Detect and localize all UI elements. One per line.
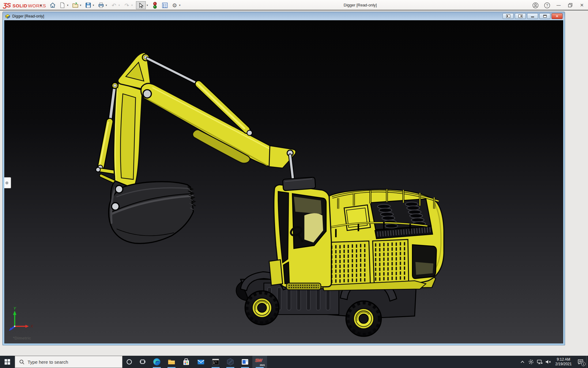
excavator-wheel-front-right[interactable] [346, 301, 381, 336]
triad-x-label: X [30, 324, 33, 328]
dropdown-arrow-icon[interactable]: ▾ [66, 4, 69, 7]
taskbar-app-command-prompt[interactable]: C:\ [208, 356, 223, 368]
restore-button[interactable] [567, 2, 574, 9]
undo-icon: ↶ [110, 2, 118, 9]
dassault-3ds-icon: ƷS [3, 2, 11, 9]
orientation-triad: Y X [8, 307, 34, 332]
system-window-icon [241, 358, 249, 366]
save-button[interactable]: ▾ [85, 1, 95, 9]
new-document-button[interactable]: ▾ [59, 1, 69, 9]
redo-button[interactable]: ↷ ▾ [123, 1, 134, 9]
dropdown-arrow-icon[interactable]: ▾ [146, 4, 149, 7]
dropdown-arrow-icon[interactable]: ▾ [105, 4, 108, 7]
taskbar-clock[interactable]: 9:12 AM 2/19/2021 [552, 356, 575, 368]
store-icon [182, 358, 190, 366]
triad-y-label: Y [13, 307, 16, 311]
account-button[interactable] [532, 2, 539, 9]
excavator-roof-muffler[interactable] [283, 177, 316, 191]
taskbar-app-edrawings[interactable] [223, 356, 238, 368]
mdi-client-area: Digger [Read-only] ✕ [0, 11, 588, 356]
dropdown-arrow-icon[interactable]: ▾ [118, 4, 121, 7]
home-icon [49, 2, 56, 9]
pane-right-icon [518, 14, 522, 18]
dropdown-arrow-icon[interactable]: ▾ [92, 4, 95, 7]
properties-list-icon [162, 2, 168, 9]
network-button[interactable] [535, 356, 544, 368]
select-tool-pressed-box[interactable] [136, 1, 146, 9]
document-titlebar[interactable]: Digger [Read-only] ✕ [3, 12, 565, 20]
ethernet-network-icon [537, 359, 543, 365]
assembly-document-icon [5, 14, 10, 19]
windows-logo-icon [5, 359, 10, 365]
doc-restore-button[interactable] [539, 13, 550, 19]
close-button[interactable]: ✕ [578, 2, 586, 9]
solidworks-logo: ƷS SOLID WORKS [3, 2, 46, 9]
start-button[interactable] [0, 356, 15, 368]
taskbar-app-system-window[interactable] [238, 356, 252, 368]
dropdown-arrow-icon[interactable]: ▾ [130, 4, 134, 7]
redo-icon: ↷ [123, 2, 130, 9]
doc-close-button[interactable]: ✕ [552, 13, 563, 19]
doc-pane-left-button[interactable] [503, 13, 514, 19]
undo-button[interactable]: ↶ ▾ [110, 1, 121, 9]
cursor-arrow-icon [138, 2, 144, 8]
select-tool-button[interactable]: ▾ [136, 1, 149, 9]
doc-minimize-button[interactable] [527, 13, 538, 19]
menu-flyout-arrow[interactable]: ▸ [40, 3, 42, 7]
taskbar-search-box[interactable] [15, 356, 123, 368]
excavator-side-vents[interactable] [323, 240, 409, 287]
task-view-button[interactable] [136, 356, 149, 368]
pane-expand-knob-icon[interactable] [6, 182, 8, 184]
excavator-3d-model[interactable] [4, 20, 563, 343]
graphics-viewport[interactable]: Y X *Dimetric [4, 20, 563, 343]
volume-button[interactable] [544, 356, 552, 368]
hidden-icons-chevron[interactable] [518, 356, 527, 368]
help-button[interactable]: ? [543, 2, 551, 9]
taskbar-app-file-explorer[interactable] [164, 356, 179, 368]
home-button[interactable] [49, 2, 56, 9]
excavator-boom[interactable] [112, 52, 151, 188]
taskbar-app-solidworks[interactable]: SW 2021 [252, 356, 267, 368]
new-document-icon [59, 2, 66, 9]
file-explorer-icon [168, 358, 175, 366]
excavator-stick-arm[interactable] [141, 83, 296, 168]
excavator-bucket[interactable] [109, 181, 195, 243]
minimize-button[interactable]: — [555, 2, 562, 9]
cortana-button[interactable] [123, 356, 136, 368]
window-controls: ? — ✕ [532, 1, 586, 9]
taskbar-app-store[interactable] [179, 356, 194, 368]
excavator-body[interactable] [269, 185, 444, 290]
open-button[interactable]: ▾ [72, 1, 82, 9]
excavator-cab[interactable] [274, 185, 331, 287]
svg-text:C:\: C:\ [213, 361, 217, 363]
search-icon [19, 359, 24, 365]
task-view-icon [140, 359, 146, 365]
document-window: Digger [Read-only] ✕ [2, 12, 565, 345]
show-desktop-button[interactable] [586, 356, 588, 368]
taskbar-app-mail[interactable] [194, 356, 208, 368]
action-center-button[interactable]: 1 [575, 356, 586, 368]
print-button[interactable]: ▾ [97, 1, 108, 9]
excavator-engine-grille[interactable] [370, 199, 432, 239]
clock-date: 2/19/2021 [555, 362, 571, 366]
options-button[interactable]: ⚙ ▾ [171, 1, 181, 9]
featuremanager-collapsed-tab[interactable] [4, 177, 11, 188]
search-input[interactable] [28, 359, 113, 365]
main-titlebar: ƷS SOLID WORKS ▸ ▾ ▾ ▾ [0, 0, 588, 10]
triad-x-arrow [25, 325, 29, 328]
dropdown-arrow-icon[interactable]: ▾ [178, 4, 181, 7]
open-folder-icon [72, 2, 79, 9]
status-indicator-button[interactable] [151, 2, 159, 9]
volume-muted-icon [545, 359, 551, 364]
app-window-title: Digger [Read-only] [344, 3, 377, 7]
excavator-boom-cylinder[interactable] [98, 89, 114, 170]
excavator-wheel-front-left[interactable] [245, 291, 279, 325]
edrawings-hexagon-icon [226, 358, 234, 366]
doc-pane-right-button[interactable] [515, 13, 526, 19]
dropdown-arrow-icon[interactable]: ▾ [79, 4, 82, 7]
traffic-light-icon [152, 2, 158, 9]
meet-now-button[interactable] [527, 356, 535, 368]
document-window-controls: ✕ [503, 13, 563, 19]
properties-button[interactable] [161, 2, 168, 9]
taskbar-app-edge[interactable] [149, 356, 164, 368]
